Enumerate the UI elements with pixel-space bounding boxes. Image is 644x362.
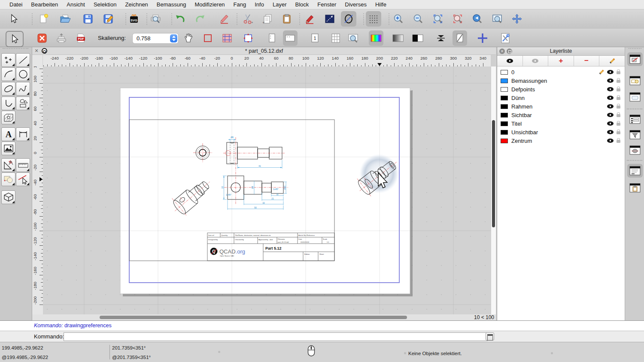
hatch-tool-button[interactable] [1,111,15,124]
single-page-button[interactable]: 1 [307,30,322,46]
clipboard-panel-button[interactable] [627,181,643,195]
zoom-to-page-button[interactable] [346,30,361,46]
close-preview-button[interactable] [35,30,49,46]
menu-fenster[interactable]: Fenster [313,0,340,9]
menu-hilfe[interactable]: Hilfe [371,0,391,9]
remove-layer-button[interactable]: − [574,56,600,66]
menu-modifizieren[interactable]: Modifizieren [191,0,229,9]
layer-row[interactable]: Unsichtbar [497,128,625,136]
redo-button[interactable] [192,11,208,27]
menu-selektion[interactable]: Selektion [89,0,121,9]
layer-color-swatch[interactable] [501,87,508,92]
view-list-panel-button[interactable] [627,90,643,104]
menu-diverses[interactable]: Diverses [340,0,371,9]
modify-tool-button[interactable] [1,158,15,172]
multi-page-button[interactable] [328,30,343,46]
pdf-export-button[interactable]: PDF [73,30,88,46]
projection-3d-tool-button[interactable] [1,190,15,204]
layer-visible-icon[interactable] [607,87,614,91]
layer-visible-icon[interactable] [607,139,614,143]
layer-lock-icon[interactable] [617,88,620,91]
zoom-previous-button[interactable] [470,11,485,27]
layer-visible-icon[interactable] [607,104,614,109]
polyline-tool-button[interactable] [1,97,15,110]
stepper-arrows-icon[interactable] [170,34,177,42]
layer-row[interactable]: 0 [497,68,625,76]
preview-settings-button[interactable] [498,30,513,46]
svg-export-button[interactable]: SVG [126,11,142,27]
viewport-button[interactable] [220,30,234,46]
edit-pencil-button[interactable] [302,11,318,27]
full-color-button[interactable] [369,30,383,46]
menu-datei[interactable]: Datei [5,0,27,9]
point-tool-button[interactable] [1,53,15,67]
hairline-button[interactable] [434,30,448,46]
pan-hand-button[interactable] [181,30,196,46]
layer-color-swatch[interactable] [501,139,508,143]
command-input[interactable] [64,332,488,341]
layer-color-swatch[interactable] [501,121,508,126]
vertical-scrollbar-thumb[interactable] [492,120,495,227]
edit-layer-button[interactable] [599,56,625,66]
line-tool-button[interactable] [16,53,30,67]
menu-block[interactable]: Block [291,0,313,9]
zoom-selection-button[interactable] [450,11,465,27]
layer-row[interactable]: Titel [497,119,625,128]
layer-lock-icon[interactable] [617,80,620,83]
horizontal-scrollbar[interactable]: 10 < 100 [32,314,496,320]
grid-toggle-button[interactable] [366,11,381,27]
panel-close-icon[interactable]: × [499,48,505,54]
arc-tool-button[interactable] [1,67,15,81]
page-portrait-button[interactable] [264,30,279,46]
new-file-button[interactable] [36,11,52,27]
layer-lock-icon[interactable] [617,123,620,126]
paste-button[interactable] [279,11,295,27]
page-diagonal-button[interactable] [453,30,467,46]
library-browser-panel-button[interactable] [627,143,643,157]
save-as-button[interactable] [100,11,116,27]
layer-color-swatch[interactable] [501,104,508,109]
zoom-window-button[interactable] [489,11,505,27]
dimension-tool-button[interactable] [16,127,30,141]
menu-bearbeiten[interactable]: Bearbeiten [27,0,62,9]
scale-combobox[interactable]: 0.758 [132,33,179,44]
layer-lock-icon[interactable] [617,97,620,100]
layer-lock-icon[interactable] [617,131,620,134]
paper-border-button[interactable] [200,30,215,46]
menu-ansicht[interactable]: Ansicht [62,0,89,9]
dock-drag-handle[interactable] [629,48,641,49]
text-tool-button[interactable]: A [1,127,15,141]
menu-info[interactable]: Info [250,0,268,9]
layer-visible-icon[interactable] [607,130,614,134]
spline-tool-button[interactable] [16,82,30,96]
preview-select-tool-button[interactable] [6,31,24,47]
layer-list-panel-button[interactable] [627,52,643,66]
selection-filter-panel-button[interactable] [627,128,643,142]
zoom-out-button[interactable] [410,11,426,27]
zoom-auto-button[interactable] [430,11,446,27]
add-layer-button[interactable]: + [548,56,574,66]
command-line-panel-button[interactable] [627,164,643,178]
layer-visible-icon[interactable] [607,78,614,83]
block-tool-button[interactable] [1,172,15,186]
property-editor-panel-button[interactable] [627,112,643,126]
measure-tool-button[interactable] [16,158,30,172]
undo-button[interactable] [173,11,188,27]
layer-row[interactable]: Dünn [497,94,625,102]
menu-zeichnen[interactable]: Zeichnen [121,0,152,9]
crosshair-button[interactable] [475,30,490,46]
layer-lock-icon[interactable] [617,140,620,143]
black-white-button[interactable] [410,30,425,46]
layer-color-swatch[interactable] [501,70,508,75]
print-preview-button[interactable] [148,11,164,27]
hide-all-layers-button[interactable] [523,56,549,66]
layer-lock-icon[interactable] [617,106,620,109]
ellipse-tool-button[interactable] [1,82,15,96]
layer-row[interactable]: Defpoints [497,85,625,94]
open-file-button[interactable] [58,11,73,27]
vertical-scrollbar[interactable] [491,66,496,314]
grayscale-button[interactable] [391,30,405,46]
pan-button[interactable] [509,11,525,27]
image-tool-button[interactable] [1,142,15,155]
show-all-layers-button[interactable] [497,56,523,66]
